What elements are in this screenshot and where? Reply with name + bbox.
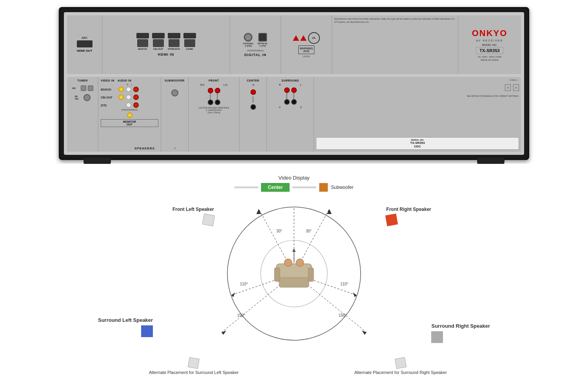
top-row: ARC HDMI OUT BD/DVD CBL/SAT <box>67 15 521 74</box>
surr-l-black <box>291 99 297 105</box>
cd-label: (CD) <box>101 104 116 107</box>
surr-r-shaft <box>286 93 287 99</box>
display-bar-left <box>234 187 258 188</box>
surround-label: SURROUND <box>269 79 311 82</box>
svg-marker-11 <box>231 292 235 297</box>
center-red-knob <box>250 89 256 95</box>
svg-line-8 <box>294 274 367 332</box>
front-l-post <box>215 88 220 105</box>
hdmi-cblsat-label: CBL/SAT <box>153 48 163 50</box>
warning-section: UL WARNING AVIS LISTED <box>281 15 332 74</box>
hdmi-port-strmbox: STRM BOX <box>168 33 180 50</box>
digital-in-section: COAXIAL1 (CD) OPTICAL1 (TV) (ASSIGNABLE)… <box>230 15 281 74</box>
cd-row: (CD) <box>101 102 158 108</box>
fm-jack <box>83 94 91 101</box>
made-in-label: MADE IN CHINA <box>481 59 498 61</box>
coaxial-group: COAXIAL1 (CD) <box>243 33 254 47</box>
surr-r-post <box>284 87 290 105</box>
surr-r-red <box>284 87 290 93</box>
video-display-area: Video Display Center Subwoofer <box>234 175 353 192</box>
optical-port <box>258 33 267 42</box>
cblsat-label: CBL/SAT <box>101 96 116 99</box>
hdmi-port-strmbox-connector <box>168 33 180 38</box>
hdmi-port-bddvd: BD/DVD <box>136 33 149 50</box>
compliance-text: Manufactured under license from Dolby La… <box>334 18 456 24</box>
alt-right-label: Alternate Placement for Surround Right S… <box>354 370 447 376</box>
hdmi-port-game: GAME <box>183 33 196 50</box>
bddvd-row: BD/DVD <box>101 87 158 92</box>
listed-label: LISTED <box>303 55 310 58</box>
front-right-area: Front Right Speaker <box>386 206 431 225</box>
hdmi-port-bddvd-connector <box>136 33 149 38</box>
front-r-shaft <box>210 93 211 100</box>
front-l-label: L② <box>223 83 227 87</box>
front-label: FRONT <box>191 79 237 82</box>
assignable-label: (ASSIGNABLE) <box>247 49 263 52</box>
am-terminal: AM <box>72 85 93 91</box>
surround-right-indicator <box>431 331 443 343</box>
surround-section: SURROUND R L <box>267 77 314 152</box>
svg-point-1 <box>261 240 327 307</box>
rl-header: R L <box>101 83 158 86</box>
svg-marker-10 <box>327 209 332 214</box>
hdmi-strmbox-label: STRM BOX <box>168 48 180 50</box>
diagram-box-5: ⑤ <box>513 84 519 91</box>
surround-right-area: Surround Right Speaker <box>431 323 490 343</box>
surround-r-label: R <box>279 83 281 86</box>
fm-label: FM 75Ω <box>75 95 82 100</box>
surround-left-label: Surround Left Speaker <box>98 317 153 324</box>
hdmi-out-section: ARC HDMI OUT <box>67 15 102 74</box>
arc-label: ARC <box>82 36 87 39</box>
hdmi-bddvd-label: BD/DVD <box>138 48 147 50</box>
warning-box: WARNING AVIS <box>298 45 315 54</box>
front-caution: CAUTION:SPEAKER IMPEDANCE6~16Ω/SPEAKER <box>191 107 237 111</box>
receiver-panel: ARC HDMI OUT BD/DVD CBL/SAT <box>59 7 529 160</box>
svg-marker-9 <box>256 209 261 214</box>
hdmi-out-port <box>77 40 93 47</box>
hdmi-icon-strmbox <box>169 39 180 47</box>
display-bar-right <box>292 187 316 188</box>
tuner-terminals: AM FM 75Ω <box>69 85 96 101</box>
am-screw-terminal-2 <box>88 85 93 91</box>
front-r-knob-red <box>208 88 213 93</box>
warning-triangle-1 <box>293 35 299 41</box>
cd-audio-l <box>133 102 139 108</box>
tuner-label: TUNER <box>69 79 96 82</box>
subwoofer-label: SUBWOOFER <box>163 79 186 82</box>
center-shaft <box>252 96 254 103</box>
diagram-section: 30° 30° 110° 110° 150° 150° Video Displa… <box>59 164 529 383</box>
hdmi-icon-bddvd <box>137 39 148 47</box>
12mm-label: ←12mm→ <box>316 79 519 81</box>
surround-right-label: Surround Right Speaker <box>431 323 490 330</box>
front-r-label: R① <box>200 83 205 87</box>
front-left-area: Front Left Speaker <box>172 206 214 225</box>
hdmi-port-cblsat: CBL/SAT <box>152 33 165 50</box>
front-right-indicator <box>385 214 398 226</box>
cblsat-audio-l <box>133 94 139 100</box>
center-posts <box>242 89 264 110</box>
av-receiver-label: AV RECEIVER <box>476 39 503 42</box>
front-l-knob-black <box>215 100 220 105</box>
svg-line-3 <box>294 209 329 274</box>
audio-in-label: AUDIO IN <box>118 79 132 82</box>
center-indicator-label: Center <box>268 185 283 190</box>
video-in-label: VIDEO IN <box>101 79 114 82</box>
hdmi-game-label: GAME <box>186 48 193 50</box>
am-label: AM <box>72 87 79 89</box>
front-rl-labels: R① L② <box>191 83 237 87</box>
hdmi-in-section: BD/DVD CBL/SAT STRM BOX <box>102 15 230 74</box>
surround-left-area: Surround Left Speaker <box>98 317 153 337</box>
hdmi-out-label: HDMI OUT <box>77 49 93 53</box>
monitor-out-jack <box>127 113 132 118</box>
digital-ports: COAXIAL1 (CD) OPTICAL1 (TV) <box>243 33 268 47</box>
svg-text:30°: 30° <box>276 229 282 233</box>
avis-label: AVIS <box>300 50 313 53</box>
svg-rect-23 <box>274 268 280 281</box>
surround-rl-labels: R L <box>269 83 311 86</box>
svg-point-0 <box>227 207 361 340</box>
serial-no: TX-SR353CDC <box>318 141 517 148</box>
panel-face: ARC HDMI OUT BD/DVD CBL/SAT <box>64 12 524 155</box>
ul-mark: UL <box>308 32 320 44</box>
hdmi-icon-cblsat <box>153 39 164 47</box>
front-l-shaft <box>217 93 218 100</box>
